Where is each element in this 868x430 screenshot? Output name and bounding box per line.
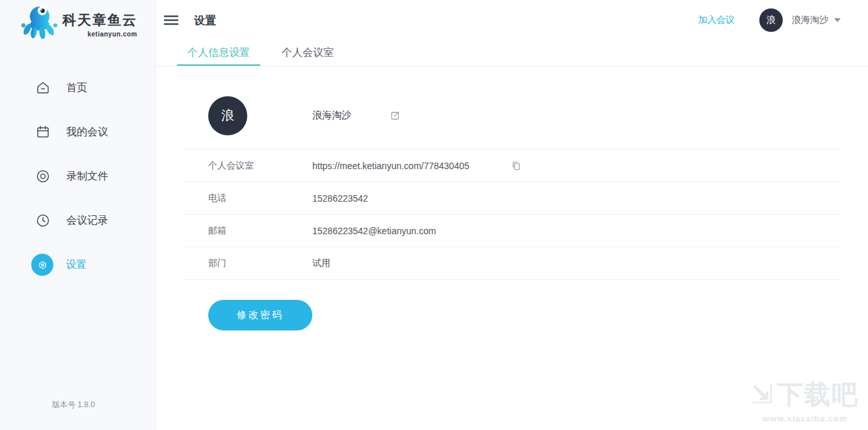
page-title: 设置 bbox=[194, 13, 216, 28]
clock-icon bbox=[31, 209, 55, 232]
tab-personal-meeting-room[interactable]: 个人会议室 bbox=[271, 40, 344, 66]
sidebar-item-recordings[interactable]: 录制文件 bbox=[0, 165, 156, 187]
brand-logo: 科天章鱼云 ketianyun.com bbox=[0, 0, 156, 42]
department-value: 试用 bbox=[312, 258, 331, 269]
chevron-down-icon[interactable] bbox=[834, 18, 841, 22]
field-row-phone: 电话 15286223542 bbox=[182, 182, 842, 215]
profile-avatar: 浪 bbox=[208, 96, 247, 135]
field-label: 个人会议室 bbox=[208, 160, 312, 172]
topbar-right: 加入会议 浪 浪海淘沙 bbox=[698, 8, 841, 32]
field-label: 邮箱 bbox=[208, 225, 312, 237]
sidebar-item-my-meetings[interactable]: 我的会议 bbox=[0, 121, 156, 143]
sidebar-item-settings[interactable]: 设置 bbox=[0, 254, 156, 276]
sidebar-item-home[interactable]: 首页 bbox=[0, 77, 156, 99]
field-label: 电话 bbox=[208, 193, 312, 204]
brand-text: 科天章鱼云 ketianyun.com bbox=[62, 3, 137, 38]
menu-toggle-icon[interactable] bbox=[163, 12, 180, 29]
tab-personal-info[interactable]: 个人信息设置 bbox=[177, 40, 260, 66]
user-name[interactable]: 浪海淘沙 bbox=[792, 14, 828, 26]
version-label: 版本号 1.8.0 bbox=[52, 399, 95, 410]
sidebar-item-meeting-history[interactable]: 会议记录 bbox=[0, 209, 156, 232]
record-icon bbox=[31, 165, 55, 187]
field-row-email: 邮箱 15286223542@ketianyun.com bbox=[182, 215, 842, 247]
home-icon bbox=[31, 77, 55, 99]
change-password-button[interactable]: 修改密码 bbox=[208, 300, 312, 330]
sidebar-item-label: 我的会议 bbox=[66, 126, 108, 139]
field-label: 部门 bbox=[208, 258, 312, 269]
brand-domain: ketianyun.com bbox=[62, 31, 137, 38]
sidebar-item-label: 录制文件 bbox=[66, 170, 108, 183]
sidebar-item-label: 会议记录 bbox=[66, 214, 108, 228]
field-row-meeting-room: 个人会议室 https://meet.ketianyun.com/7784304… bbox=[182, 150, 842, 182]
copy-icon[interactable] bbox=[511, 160, 521, 171]
edit-name-button[interactable] bbox=[390, 111, 400, 120]
gear-icon bbox=[31, 254, 53, 276]
sidebar-item-label: 设置 bbox=[66, 258, 87, 272]
settings-tabs: 个人信息设置 个人会议室 bbox=[156, 40, 868, 66]
sidebar-item-label: 首页 bbox=[66, 81, 87, 95]
field-row-department: 部门 试用 bbox=[182, 247, 842, 280]
brand-name: 科天章鱼云 bbox=[62, 11, 137, 29]
email-value: 15286223542@ketianyun.com bbox=[312, 226, 436, 236]
meeting-room-url: https://meet.ketianyun.com/778430405 bbox=[312, 161, 469, 171]
profile-row: 浪 浪海淘沙 bbox=[182, 66, 842, 150]
profile-display-name: 浪海淘沙 bbox=[312, 109, 351, 122]
calendar-icon bbox=[31, 121, 55, 143]
join-meeting-link[interactable]: 加入会议 bbox=[698, 14, 735, 26]
topbar: 设置 加入会议 浪 浪海淘沙 bbox=[156, 0, 868, 40]
sidebar-nav: 首页 我的会议 录 bbox=[0, 77, 156, 276]
phone-value: 15286223542 bbox=[312, 193, 368, 204]
personal-info-panel: 浪 浪海淘沙 个人会议室 https://meet.ketianyun.com/… bbox=[182, 66, 842, 330]
sidebar: 科天章鱼云 ketianyun.com 首页 bbox=[0, 0, 156, 430]
main-area: 设置 加入会议 浪 浪海淘沙 个人信息设置 个人会议室 浪 浪海淘沙 bbox=[156, 0, 868, 430]
octopus-logo-icon bbox=[20, 3, 61, 41]
app-window: 科天章鱼云 ketianyun.com 首页 bbox=[0, 0, 868, 430]
avatar[interactable]: 浪 bbox=[759, 8, 783, 32]
